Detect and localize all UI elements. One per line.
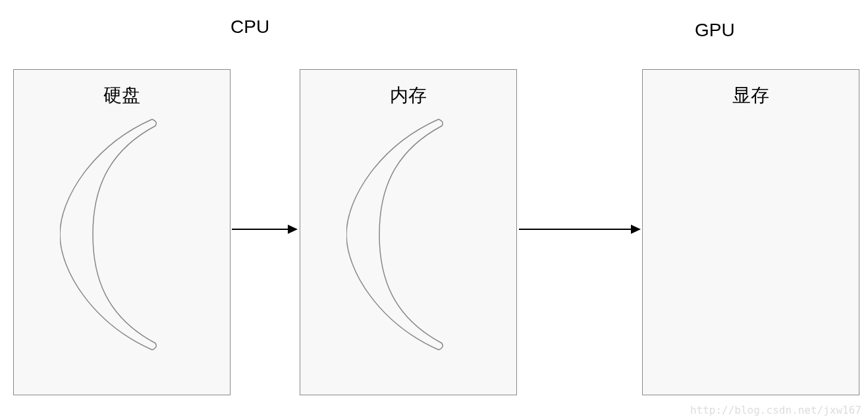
vram-box-title: 显存	[643, 83, 859, 108]
svg-marker-1	[288, 225, 298, 234]
vram-box: 显存	[642, 69, 859, 395]
arrow-disk-to-memory-icon	[232, 223, 298, 236]
watermark-text: http://blog.csdn.net/jxw167	[690, 404, 861, 416]
crescent-moon-icon	[60, 113, 192, 356]
disk-box-title: 硬盘	[14, 83, 230, 108]
arrow-memory-to-vram-icon	[519, 223, 641, 236]
crescent-moon-icon	[346, 113, 478, 356]
cpu-header-label: CPU	[231, 16, 269, 38]
gpu-header-label: GPU	[695, 20, 735, 41]
memory-box: 内存	[300, 69, 517, 395]
disk-box: 硬盘	[13, 69, 231, 395]
svg-marker-3	[631, 225, 641, 234]
memory-box-title: 内存	[300, 83, 516, 108]
